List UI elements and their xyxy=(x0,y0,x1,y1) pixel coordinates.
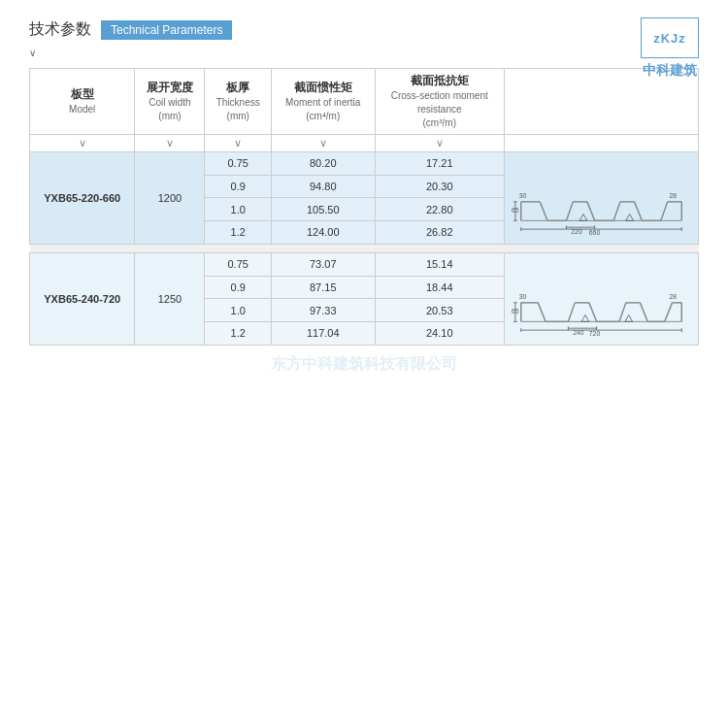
chevron-row: ∨ ∨ ∨ ∨ ∨ xyxy=(30,134,699,151)
thickness-cell: 0.9 xyxy=(205,175,271,198)
resistance-cell: 24.10 xyxy=(375,322,504,346)
svg-text:65: 65 xyxy=(512,206,519,213)
thickness-cell: 0.75 xyxy=(205,252,271,276)
diagram-cell: 65 240 720 30 28 xyxy=(505,252,699,345)
svg-line-11 xyxy=(635,202,643,220)
logo-text: zKJz xyxy=(653,31,686,46)
model-cell: YXB65-220-660 xyxy=(30,151,135,244)
col-header-coilwidth: 展开宽度 Coil width(mm) xyxy=(135,69,205,135)
svg-text:660: 660 xyxy=(589,229,601,236)
watermark: 东方中科建筑科技有限公司 xyxy=(271,354,457,375)
title-badge: Technical Parameters xyxy=(101,20,232,40)
inertia-cell: 73.07 xyxy=(271,252,375,276)
separator-row xyxy=(30,244,699,252)
svg-marker-62 xyxy=(581,314,589,321)
inertia-cell: 105.50 xyxy=(271,198,375,221)
svg-line-45 xyxy=(665,303,673,321)
diagram-cell: 65 220 660 30 28 xyxy=(505,151,699,244)
resistance-cell: 26.82 xyxy=(375,221,504,245)
svg-text:30: 30 xyxy=(519,293,527,300)
col-header-resistance: 截面抵抗矩 Cross-section momentresistance(cm³… xyxy=(375,69,504,135)
resistance-cell: 18.44 xyxy=(375,276,504,299)
coil-cell: 1200 xyxy=(135,151,205,244)
model-cell: YXB65-240-720 xyxy=(30,252,135,345)
thickness-cell: 0.9 xyxy=(205,276,271,299)
resistance-cell: 22.80 xyxy=(375,198,504,221)
resistance-cell: 17.21 xyxy=(375,151,504,175)
header-section: 技术参数 Technical Parameters xyxy=(29,19,699,40)
svg-line-41 xyxy=(619,303,626,321)
table-row: YXB65-240-72012500.7573.0715.14 xyxy=(30,252,699,276)
svg-line-13 xyxy=(661,202,668,220)
page-container: 技术参数 Technical Parameters ∨ zKJz 中科建筑 东方… xyxy=(0,0,728,728)
chev-5: ∨ xyxy=(375,134,504,151)
svg-marker-63 xyxy=(625,314,633,321)
inertia-cell: 94.80 xyxy=(271,175,375,198)
svg-text:28: 28 xyxy=(670,293,678,300)
resistance-cell: 20.30 xyxy=(375,175,504,198)
col-header-model: 板型 Model xyxy=(30,69,135,135)
svg-line-5 xyxy=(566,202,573,220)
svg-line-39 xyxy=(589,303,597,321)
svg-line-43 xyxy=(640,303,647,321)
title-chinese: 技术参数 xyxy=(29,19,91,40)
chev-2: ∨ xyxy=(135,134,205,151)
col-header-thickness: 板厚 Thickness(mm) xyxy=(205,69,271,135)
thickness-cell: 0.75 xyxy=(205,151,271,175)
svg-text:30: 30 xyxy=(519,192,527,199)
svg-line-9 xyxy=(613,202,620,220)
coil-cell: 1250 xyxy=(135,252,205,345)
resistance-cell: 20.53 xyxy=(375,299,504,322)
chev-1: ∨ xyxy=(30,134,135,151)
inertia-cell: 87.15 xyxy=(271,276,375,299)
inertia-cell: 117.04 xyxy=(271,322,375,346)
svg-line-7 xyxy=(587,202,595,220)
table-row: YXB65-220-66012000.7580.2017.21 xyxy=(30,151,699,175)
thickness-cell: 1.0 xyxy=(205,198,271,221)
svg-text:28: 28 xyxy=(670,192,678,199)
inertia-cell: 97.33 xyxy=(271,299,375,322)
chev-6 xyxy=(505,134,699,151)
svg-marker-30 xyxy=(579,214,587,220)
svg-marker-31 xyxy=(626,214,634,220)
header-chevron[interactable]: ∨ xyxy=(29,48,699,58)
inertia-cell: 124.00 xyxy=(271,221,375,245)
col-header-inertia: 截面惯性矩 Moment of inertia(cm⁴/m) xyxy=(271,69,375,135)
tech-table: 板型 Model 展开宽度 Coil width(mm) 板厚 Thicknes… xyxy=(29,68,699,346)
chev-3: ∨ xyxy=(205,134,271,151)
logo-box: zKJz xyxy=(641,17,699,58)
svg-line-3 xyxy=(540,202,547,220)
thickness-cell: 1.2 xyxy=(205,322,271,346)
svg-line-35 xyxy=(538,303,546,321)
inertia-cell: 80.20 xyxy=(271,151,375,175)
thickness-cell: 1.0 xyxy=(205,299,271,322)
logo-area: zKJz 中科建筑 xyxy=(641,17,699,80)
resistance-cell: 15.14 xyxy=(375,252,504,276)
svg-text:720: 720 xyxy=(589,330,601,337)
svg-text:65: 65 xyxy=(512,307,519,314)
header-row: 板型 Model 展开宽度 Coil width(mm) 板厚 Thicknes… xyxy=(30,69,699,135)
svg-line-37 xyxy=(568,303,575,321)
thickness-cell: 1.2 xyxy=(205,221,271,245)
chev-4: ∨ xyxy=(271,134,375,151)
logo-chinese: 中科建筑 xyxy=(641,62,699,80)
